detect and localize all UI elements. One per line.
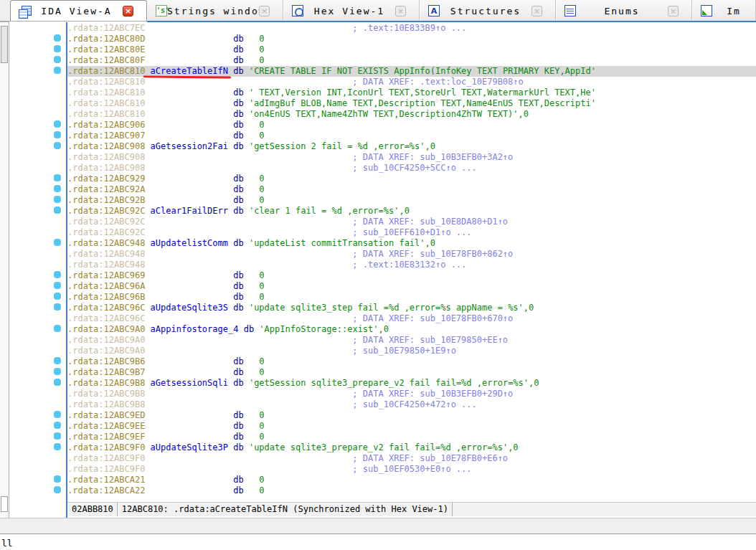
listing-row[interactable]: .rdata:12ABC9F0 aUpdateSqlite3P db 'upda… [67,442,756,453]
status-location: 12ABC810: .rdata:aCreateTableIfN (Synchr… [118,503,453,516]
listing-row[interactable]: .rdata:12ABC92C ; DATA XREF: sub_10E8DA8… [67,217,756,227]
dock-splitter-strip[interactable] [0,518,756,534]
address: .rdata:12ABC96C [67,303,145,313]
listing-row[interactable]: .rdata:12ABC96A db 0 [67,281,756,292]
address: .rdata:12ABC810 [67,87,145,98]
item-dot-icon [54,325,61,332]
listing-row[interactable]: .rdata:12ABC92C ; sub_10EFF610+D1↑o ... [67,227,756,238]
listing-row[interactable]: .rdata:12ABC906 db 0 [67,120,756,131]
close-icon[interactable]: × [395,6,406,16]
listing-row[interactable]: .rdata:12ABC810 aCreateTableIfN db 'CREA… [67,66,756,77]
listing-row[interactable]: .rdata:12ABCA22 db 0 [67,485,756,496]
string-literal: 'getSession sqlite3_prepare_v2 fail fail… [249,378,539,388]
listing-row[interactable]: .rdata:12ABC9B8 ; sub_10CF4250+472↑o ... [67,399,756,410]
item-dot-icon [54,486,61,493]
disassembly-pane: .rdata:12ABC7EC ; .text:10E833B9↑o ....r… [9,22,756,518]
listing-row[interactable]: .rdata:12ABC9F0 ; DATA XREF: sub_10E78FB… [67,453,756,464]
item-dot-icon [54,432,61,440]
listing-row[interactable]: .rdata:12ABC9F0 ; sub_10EF0530+E0↑o ... [67,464,756,475]
scrollbar-thumb[interactable] [1,26,8,63]
string-literal: 'AppInfoStorage::exist',0 [259,324,389,334]
listing-row[interactable]: .rdata:12ABC96C aUpdateSqlite3S db 'upda… [67,303,756,313]
listing-row[interactable]: .rdata:12ABC92A db 0 [67,184,756,195]
listing-row[interactable]: .rdata:12ABC9EE db 0 [67,421,756,432]
listing-row[interactable]: .rdata:12ABC908 ; sub_10CF4250+5CC↑o ... [67,163,756,174]
db-keyword: db [233,442,243,452]
structures-icon [428,5,440,16]
left-scrollbar[interactable] [0,22,9,518]
listing-gutter [9,22,66,518]
listing-row[interactable]: .rdata:12ABC907 db 0 [67,131,756,141]
listing-row[interactable]: .rdata:12ABC9A0 aAppinfostorage_4 db 'Ap… [67,324,756,335]
listing-row[interactable]: .rdata:12ABC80E db 0 [67,44,756,55]
db-keyword: db [233,109,243,119]
listing-row[interactable]: .rdata:12ABC810 db ' TEXT,Version INT,Ic… [67,87,756,98]
listing-row[interactable]: .rdata:12ABC9ED db 0 [67,410,756,421]
listing-row[interactable]: .rdata:12ABC969 db 0 [67,270,756,281]
item-dot-icon [54,45,61,52]
listing-row[interactable]: .rdata:12ABC92C aClear1FailDErr db 'clea… [67,206,756,217]
output-text: ll [1,538,13,549]
db-keyword: db [233,432,243,442]
listing-row[interactable]: .rdata:12ABC929 db 0 [67,174,756,184]
item-dot-icon [54,239,61,246]
listing-row[interactable]: .rdata:12ABCA21 db 0 [67,475,756,485]
xref-comment: ; sub_10EFF610+D1↑o ... [352,227,471,237]
listing-row[interactable]: .rdata:12ABC908 ; DATA XREF: sub_10B3EFB… [67,152,756,163]
enums-icon [564,5,576,16]
listing-row[interactable]: .rdata:12ABC9EF db 0 [67,432,756,442]
listing-row[interactable]: .rdata:12ABC810 db 'on4EnUS TEXT,Name4Zh… [67,109,756,120]
byte-value: 0 [259,44,264,54]
listing-row[interactable]: .rdata:12ABC810 db 'adImgBuf BLOB,Name T… [67,98,756,109]
db-keyword: db [233,303,243,313]
listing-row[interactable]: .rdata:12ABC92B db 0 [67,195,756,206]
tab-enums[interactable]: Enums× [556,0,692,22]
listing-row[interactable]: .rdata:12ABC9B8 aGetsessionSqli db 'getS… [67,378,756,389]
db-keyword: db [233,356,243,366]
tab-imports[interactable]: Im [692,0,756,22]
listing-row[interactable]: .rdata:12ABC948 ; .text:10E83132↑o ... [67,260,756,270]
tab-label: IDA View-A [30,6,123,16]
db-keyword: db [233,87,243,98]
listing-row[interactable]: .rdata:12ABC9B7 db 0 [67,367,756,378]
address: .rdata:12ABC810 [67,109,145,119]
listing-row[interactable]: .rdata:12ABC9B6 db 0 [67,356,756,367]
view-status-bar: 02ABB810 12ABC810: .rdata:aCreateTableIf… [67,502,756,516]
listing-row[interactable]: .rdata:12ABC9B8 ; DATA XREF: sub_10B3EFB… [67,389,756,399]
string-literal: 'CREATE TABLE IF NOT EXISTS AppInfo(Info… [249,66,596,76]
disassembly-listing: .rdata:12ABC7EC ; .text:10E833B9↑o ....r… [67,23,756,496]
close-icon[interactable]: × [259,6,270,16]
tab-hex-view-1[interactable]: Hex View-1× [283,0,420,22]
listing-row[interactable]: .rdata:12ABC948 ; DATA XREF: sub_10E78FB… [67,249,756,260]
byte-value: 0 [259,356,264,366]
byte-value: 0 [259,195,264,205]
byte-value: 0 [259,184,264,194]
listing-row[interactable]: .rdata:12ABC908 aGetsession2Fai db 'getS… [67,141,756,152]
tab-strings-window[interactable]: Strings window× [147,0,283,22]
address: .rdata:12ABCA21 [67,475,145,485]
address: .rdata:12ABCA22 [67,485,145,496]
listing-row[interactable]: .rdata:12ABC96B db 0 [67,292,756,303]
address: .rdata:12ABC969 [67,270,145,280]
address: .rdata:12ABC908 [67,152,145,162]
item-dot-icon [54,185,61,192]
close-icon[interactable]: × [123,6,133,16]
listing-row[interactable]: .rdata:12ABC810 ; DATA XREF: .text:loc_1… [67,77,756,87]
address: .rdata:12ABC9EE [67,421,145,431]
tab-structures[interactable]: Structures× [420,0,556,22]
close-icon[interactable]: × [531,6,542,16]
close-icon[interactable]: × [668,6,679,16]
address: .rdata:12ABC92C [67,206,145,216]
listing-row[interactable]: .rdata:12ABC80F db 0 [67,55,756,66]
listing-row[interactable]: .rdata:12ABC7EC ; .text:10E833B9↑o ... [67,23,756,34]
address: .rdata:12ABC810 [67,66,145,76]
byte-value: 0 [259,432,264,442]
listing-row[interactable]: .rdata:12ABC96C ; DATA XREF: sub_10E78FB… [67,313,756,324]
listing-row[interactable]: .rdata:12ABC80D db 0 [67,34,756,44]
byte-value: 0 [259,281,264,291]
listing-row[interactable]: .rdata:12ABC9A0 ; sub_10E79850+1E9↑o [67,346,756,356]
output-window[interactable]: ll [0,534,756,550]
listing-row[interactable]: .rdata:12ABC9A0 ; DATA XREF: sub_10E7985… [67,335,756,346]
listing-row[interactable]: .rdata:12ABC948 aUpdatelistComm db 'upda… [67,238,756,249]
tab-ida-view-a[interactable]: IDA View-A× [10,0,147,22]
